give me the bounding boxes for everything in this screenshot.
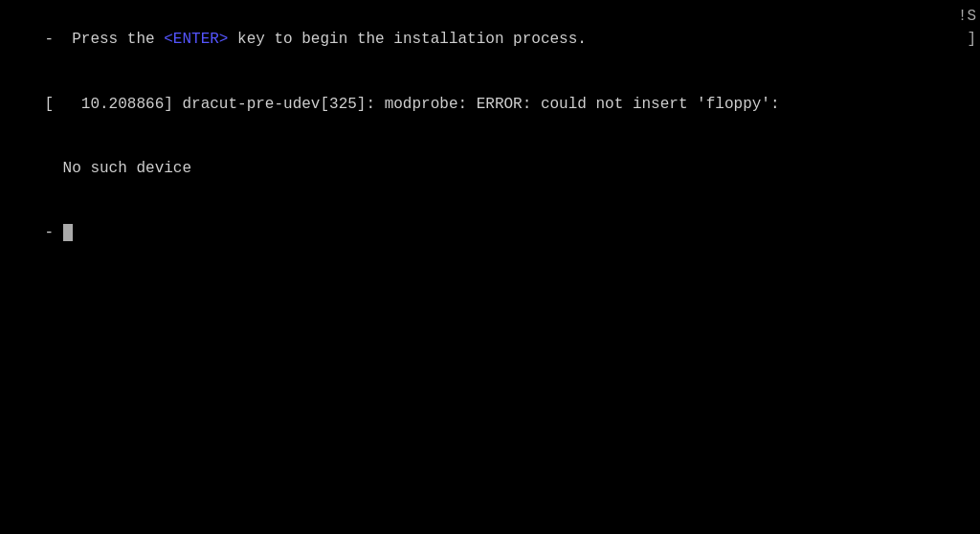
press-enter-line: - Press the <ENTER> key to begin the ins… [0,8,980,72]
error-line-2: No such device [0,136,980,200]
top-right-hint: !S [958,6,976,27]
enter-key: <ENTER> [164,31,228,48]
rest-of-line: key to begin the installation process. [228,31,586,48]
dash-prefix: - Press [44,31,126,48]
cursor-line: - [0,201,980,265]
terminal-screen: !S ] - Press the <ENTER> key to begin th… [0,0,980,534]
the-word: the [127,31,164,48]
error-line-1: [ 10.208866] dracut-pre-udev[325]: modpr… [0,72,980,136]
scrollbar-hint: ] [967,29,976,50]
terminal-cursor [63,224,73,241]
